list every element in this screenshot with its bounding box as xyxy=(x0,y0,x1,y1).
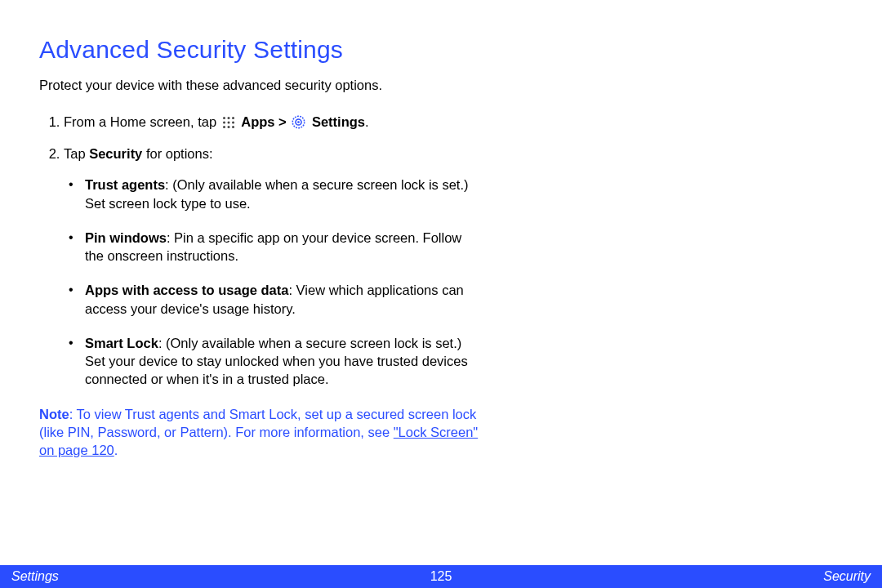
list-item: Trust agents: (Only available when a sec… xyxy=(83,176,480,212)
svg-point-8 xyxy=(232,126,234,128)
step-2-prefix: Tap xyxy=(64,146,89,161)
list-item: Apps with access to usage data: View whi… xyxy=(83,281,480,318)
footer-page-number: 125 xyxy=(0,569,882,584)
document-page: Advanced Security Settings Protect your … xyxy=(0,0,882,588)
svg-point-1 xyxy=(227,117,229,119)
page-title: Advanced Security Settings xyxy=(39,36,843,64)
svg-point-0 xyxy=(223,117,225,119)
settings-label: Settings xyxy=(312,114,365,129)
apps-grid-icon xyxy=(222,115,235,133)
svg-point-11 xyxy=(297,121,300,123)
note-paragraph: Note: To view Trust agents and Smart Loc… xyxy=(39,405,480,460)
svg-point-4 xyxy=(227,121,229,123)
apps-label: Apps xyxy=(241,114,274,129)
step-1-sep: > xyxy=(278,114,290,129)
intro-paragraph: Protect your device with these advanced … xyxy=(39,77,464,95)
option-heading: Trust agents xyxy=(85,177,165,192)
step-1-suffix: . xyxy=(365,114,369,129)
svg-point-5 xyxy=(232,121,234,123)
step-1: From a Home screen, tap Apps > xyxy=(64,113,480,133)
note-tail: . xyxy=(114,443,118,457)
step-2: Tap Security for options: Trust agents: … xyxy=(64,145,480,389)
option-heading: Pin windows xyxy=(85,230,167,245)
note-label: Note xyxy=(39,407,69,421)
step-2-suffix: for options: xyxy=(142,146,212,161)
list-item: Smart Lock: (Only available when a secur… xyxy=(83,334,480,389)
svg-point-6 xyxy=(223,126,225,128)
svg-point-2 xyxy=(232,117,234,119)
step-1-prefix: From a Home screen, tap xyxy=(64,114,220,129)
steps-list: From a Home screen, tap Apps > xyxy=(39,113,480,389)
page-footer: Settings 125 Security xyxy=(0,565,882,588)
step-2-bold: Security xyxy=(89,146,142,161)
option-heading: Apps with access to usage data xyxy=(85,283,288,297)
option-heading: Smart Lock xyxy=(85,336,158,350)
svg-point-7 xyxy=(227,126,229,128)
options-list: Trust agents: (Only available when a sec… xyxy=(64,176,480,388)
settings-gear-icon xyxy=(292,115,305,133)
svg-point-3 xyxy=(223,121,225,123)
list-item: Pin windows: Pin a specific app on your … xyxy=(83,229,480,265)
